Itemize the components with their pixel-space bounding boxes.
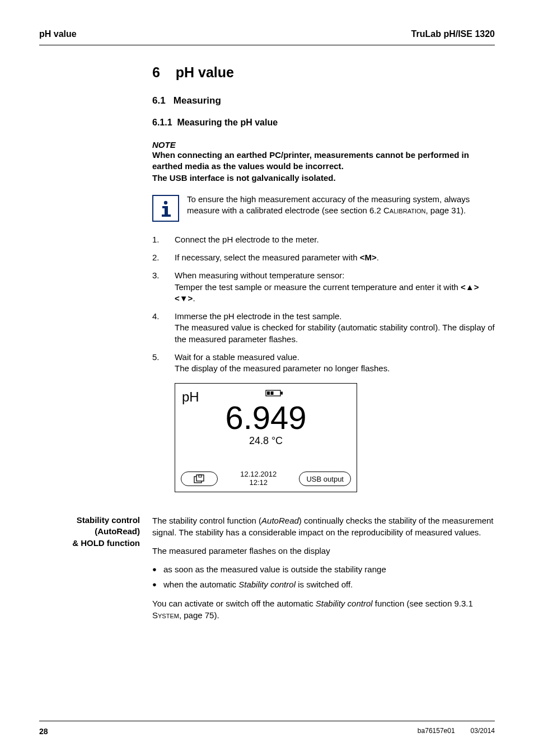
note-title: NOTE	[152, 140, 495, 150]
chapter-heading: 6 pH value	[152, 64, 495, 81]
margin-label-l3: & HOLD function	[39, 538, 140, 549]
note-body: When connecting an earthed PC/printer, m…	[152, 150, 495, 184]
stability-bullet2-b: is switched off.	[296, 580, 353, 589]
margin-label-stability: Stability control (AutoRead) & HOLD func…	[39, 515, 152, 549]
subsection-heading: 6.1.1 Measuring the pH value	[152, 118, 495, 128]
step-2: If necessary, select the measured parame…	[152, 252, 495, 263]
svg-point-0	[164, 201, 167, 204]
stability-para1: The stability control function (AutoRead…	[152, 515, 495, 538]
running-head-left: pH value	[39, 29, 77, 39]
step-2-text: If necessary, select the measured parame…	[175, 253, 360, 262]
info-icon	[152, 195, 179, 222]
note-line1: When connecting an earthed PC/printer, m…	[152, 150, 469, 171]
svg-rect-6	[267, 391, 270, 395]
stability-bullet1: as soon as the measured value is outside…	[152, 563, 495, 576]
stability-para3-sc: System	[152, 610, 179, 620]
stability-para3-b: function (see section 9.3.1	[373, 599, 473, 608]
stability-bullet2-it: Stability control	[238, 580, 296, 589]
svg-rect-7	[271, 391, 274, 395]
header-rule	[39, 45, 495, 45]
step-3: When measuring without temperature senso…	[152, 270, 495, 304]
display-unit: pH	[181, 389, 199, 405]
info-text: To ensure the high measurement accuracy …	[187, 194, 495, 217]
memory-icon	[194, 474, 205, 483]
display-datetime: 12.12.2012 12:12	[240, 470, 277, 487]
footer-rule	[39, 721, 495, 721]
step-1: Connect the pH electrode to the meter.	[152, 234, 495, 245]
key-up: <▲>	[461, 282, 479, 292]
stability-para3-a: You can activate or switch off the autom…	[152, 599, 316, 608]
usb-output-pill: USB output	[299, 472, 351, 486]
stability-para3-it: Stability control	[316, 599, 373, 608]
stability-bullets: as soon as the measured value is outside…	[152, 563, 495, 591]
stability-para1-it: AutoRead	[261, 516, 299, 525]
info-post: , page 31).	[425, 206, 466, 215]
margin-label-l2: (AutoRead)	[39, 526, 140, 537]
stability-para3-c: , page 75).	[179, 610, 219, 620]
display-temp: 24.8 °C	[181, 435, 351, 447]
page-footer: 28 ba76157e01 03/2014	[39, 721, 495, 736]
svg-rect-3	[162, 214, 171, 217]
stability-bullet2: when the automatic Stability control is …	[152, 578, 495, 591]
section-title: Measuring	[174, 95, 221, 106]
step-5: Wait for a stable measured value. The di…	[152, 352, 495, 375]
steps-list: Connect the pH electrode to the meter. I…	[152, 234, 495, 375]
stability-para1-a: The stability control function (	[152, 516, 261, 525]
doc-id: ba76157e01	[418, 727, 455, 736]
svg-rect-9	[196, 475, 204, 481]
note-line2: The USB interface is not galvanically is…	[152, 173, 336, 183]
section-number: 6.1	[152, 95, 166, 106]
doc-date: 03/2014	[471, 727, 495, 736]
margin-label-l1: Stability control	[39, 515, 140, 526]
stability-bullet2-a: when the automatic	[163, 580, 238, 589]
memory-icon-pill	[181, 472, 218, 486]
stability-para2: The measured parameter flashes on the di…	[152, 545, 495, 557]
display-value: 6.949	[181, 402, 351, 434]
display-date: 12.12.2012	[240, 470, 277, 479]
display-time: 12:12	[240, 479, 277, 487]
running-head-right: TruLab pH/ISE 1320	[411, 29, 495, 39]
key-down: <▼>	[175, 293, 193, 303]
chapter-number: 6	[152, 64, 160, 80]
stability-para3: You can activate or switch off the autom…	[152, 598, 495, 621]
subsection-title: Measuring the pH value	[177, 118, 278, 127]
step-4: Immerse the pH electrode in the test sam…	[152, 311, 495, 345]
meter-display: pH 6.949 24.8 °C	[175, 383, 357, 492]
chapter-title: pH value	[176, 64, 234, 80]
svg-rect-2	[165, 206, 168, 214]
battery-icon	[199, 389, 351, 399]
key-m: <M>	[360, 253, 377, 262]
svg-rect-5	[280, 392, 283, 395]
subsection-number: 6.1.1	[152, 118, 172, 127]
info-sc: Calibration	[383, 206, 425, 215]
page-number: 28	[39, 727, 48, 736]
section-heading: 6.1 Measuring	[152, 95, 495, 106]
